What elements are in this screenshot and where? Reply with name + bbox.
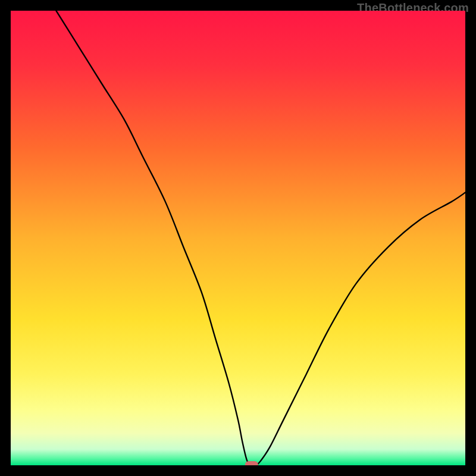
minimum-marker bbox=[245, 461, 258, 465]
plot-area bbox=[11, 11, 465, 465]
bottleneck-chart bbox=[11, 11, 465, 465]
chart-frame: TheBottleneck.com bbox=[0, 0, 476, 476]
